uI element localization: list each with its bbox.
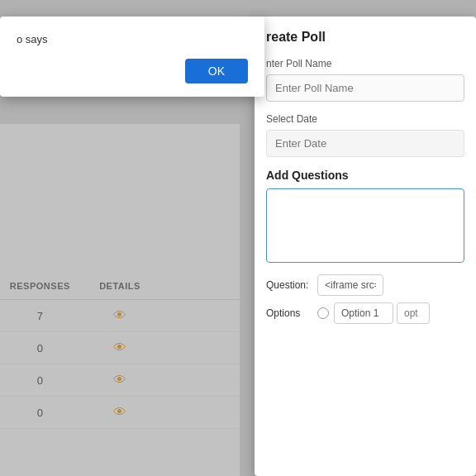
date-input[interactable]: [266, 130, 464, 157]
alert-ok-button[interactable]: OK: [185, 59, 248, 83]
option1-input[interactable]: [334, 302, 393, 324]
poll-name-input[interactable]: [266, 74, 464, 102]
poll-name-label: nter Poll Name: [266, 58, 464, 69]
alert-dialog: o says OK: [0, 17, 264, 97]
option-radio-1[interactable]: [317, 307, 329, 319]
date-label: Select Date: [266, 113, 464, 125]
alert-label: o says: [17, 33, 248, 45]
question-value-input[interactable]: [317, 274, 383, 296]
option2-input[interactable]: [397, 302, 430, 324]
question-textarea[interactable]: [266, 188, 464, 263]
add-questions-label: Add Questions: [266, 169, 464, 182]
options-label: Options: [266, 307, 317, 319]
options-row: Options: [266, 302, 464, 324]
create-poll-panel: reate Poll nter Poll Name Select Date Ad…: [255, 17, 476, 476]
question-label: Question:: [266, 279, 317, 291]
question-row: Question:: [266, 274, 464, 296]
panel-title: reate Poll: [266, 30, 464, 45]
